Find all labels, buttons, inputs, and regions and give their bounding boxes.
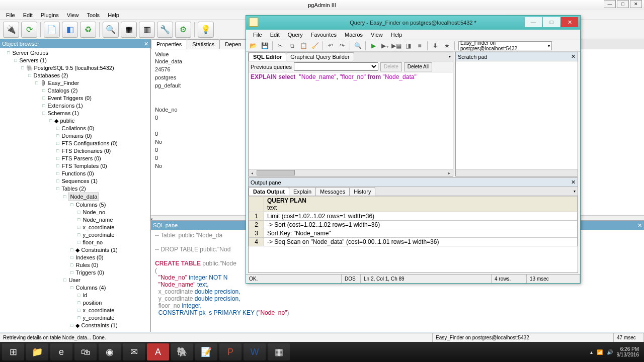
tree-fts-conf[interactable]: FTS Configurations (0): [56, 140, 150, 147]
tree-indexes0[interactable]: Indexes (0): [70, 254, 150, 261]
tab-properties[interactable]: Properties: [151, 39, 187, 49]
word-icon[interactable]: W: [244, 343, 266, 360]
tree-databases[interactable]: Databases (2): [28, 72, 150, 79]
execute-pgscript-icon[interactable]: ▶₊: [380, 41, 390, 51]
qmenu-query[interactable]: Query: [285, 31, 306, 39]
cut-icon[interactable]: ✂: [275, 41, 285, 51]
open-icon[interactable]: 📂: [248, 41, 258, 51]
pgadmin-icon[interactable]: 🐘: [171, 343, 193, 360]
tree-constraints1[interactable]: ◆ Constraints (1): [70, 246, 150, 254]
create-icon[interactable]: ◧: [62, 22, 78, 38]
connect-icon[interactable]: 🔌: [3, 22, 19, 38]
tree-servers[interactable]: Servers (1): [14, 57, 150, 64]
download-icon[interactable]: ⬇: [430, 41, 440, 51]
query-minimize-button[interactable]: —: [525, 17, 542, 27]
menu-edit[interactable]: Edit: [20, 11, 36, 19]
qmenu-favourites[interactable]: Favourites: [308, 31, 340, 39]
tree-fts-parsers[interactable]: FTS Parsers (0): [56, 155, 150, 162]
tree-rules0[interactable]: Rules (0): [70, 261, 150, 269]
tree-functions[interactable]: Functions (0): [56, 170, 150, 177]
powerpoint-icon[interactable]: P: [219, 343, 242, 360]
copy-icon[interactable]: ⧉: [287, 41, 297, 51]
chrome-icon[interactable]: ◉: [99, 343, 121, 360]
paste-icon[interactable]: 📋: [298, 41, 308, 51]
find-icon[interactable]: 🔍: [353, 41, 363, 51]
tree-col-node-name[interactable]: Node_name: [77, 216, 150, 224]
maximize-button[interactable]: □: [617, 0, 629, 8]
close-icon[interactable]: ✕: [144, 41, 148, 47]
system-tray[interactable]: ▴ 📶 🔊 6:26 PM 9/13/2016: [590, 346, 642, 357]
refresh-icon[interactable]: ⟳: [21, 22, 37, 38]
minimize-button[interactable]: —: [604, 0, 616, 8]
tree-domains[interactable]: Domains (0): [56, 132, 150, 140]
tree-triggers0[interactable]: Triggers (0): [70, 269, 150, 277]
save-icon[interactable]: 💾: [260, 41, 270, 51]
tree-sequences[interactable]: Sequences (1): [56, 177, 150, 185]
tab-dependents[interactable]: Depen: [219, 39, 247, 49]
close-button[interactable]: ✕: [630, 0, 642, 8]
execute-icon[interactable]: ▶: [368, 41, 378, 51]
tree-col-id[interactable]: id: [77, 292, 150, 299]
output-grid[interactable]: QUERY PLANtext 1Limit (cost=1.02..1.02 r…: [249, 196, 578, 273]
tree-col-x[interactable]: x_coordinate: [77, 224, 150, 231]
prev-queries-select[interactable]: [294, 62, 378, 71]
chevron-down-icon[interactable]: ▾: [572, 189, 578, 194]
tree-col-floor[interactable]: floor_no: [77, 239, 150, 246]
qmenu-help[interactable]: Help: [388, 31, 406, 39]
tree-table-user[interactable]: User: [63, 277, 150, 284]
tree-table-node-data[interactable]: Node_data: [63, 193, 150, 201]
tray-network-icon[interactable]: 📶: [597, 349, 603, 355]
qmenu-edit[interactable]: Edit: [267, 31, 283, 39]
tree-fts-dict[interactable]: FTS Dictionaries (0): [56, 147, 150, 155]
tree-db[interactable]: 🛢Easy_Finder: [35, 79, 150, 87]
ie-icon[interactable]: e: [50, 343, 72, 360]
tab-graphical-builder[interactable]: Graphical Query Builder: [286, 52, 354, 61]
outlook-icon[interactable]: ✉: [123, 343, 145, 360]
app-icon[interactable]: ▦: [268, 343, 290, 360]
tree-collations[interactable]: Collations (0): [56, 125, 150, 132]
tree-col-node-no[interactable]: Node_no: [77, 209, 150, 216]
explain-icon[interactable]: ◨: [403, 41, 413, 51]
tree-columns4[interactable]: Columns (4): [70, 284, 150, 292]
tree-extensions[interactable]: Extensions (1): [42, 102, 150, 110]
tree-fts-templates[interactable]: FTS Templates (0): [56, 162, 150, 170]
qmenu-view[interactable]: View: [368, 31, 386, 39]
chevron-down-icon[interactable]: ▾: [447, 54, 453, 59]
tree-server[interactable]: 🐘PostgreSQL 9.5 (localhost:5432): [21, 64, 150, 72]
drop-icon[interactable]: ♻: [80, 22, 96, 38]
menu-view[interactable]: View: [64, 11, 82, 19]
tree-event-triggers[interactable]: Event Triggers (0): [42, 95, 150, 102]
tree-schemas[interactable]: Schemas (1): [42, 110, 150, 117]
query-titlebar[interactable]: Query - Easy_Finder on postgres@localhos…: [246, 16, 580, 30]
qmenu-macros[interactable]: Macros: [342, 31, 366, 39]
store-icon[interactable]: 🛍: [74, 343, 97, 360]
delete-all-button[interactable]: Delete All: [404, 62, 432, 71]
query-maximize-button[interactable]: □: [543, 17, 560, 27]
acrobat-icon[interactable]: A: [147, 343, 169, 360]
favourites-icon[interactable]: ★: [442, 41, 452, 51]
scratch-body[interactable]: [456, 61, 578, 169]
maintenance-icon[interactable]: 🔧: [157, 22, 173, 38]
explorer-icon[interactable]: 📁: [26, 343, 48, 360]
tray-up-icon[interactable]: ▴: [590, 349, 593, 355]
tree-server-groups[interactable]: Server Groups: [7, 49, 150, 57]
tree-schema-public[interactable]: ◆ public: [49, 117, 150, 125]
qmenu-file[interactable]: File: [250, 31, 265, 39]
hint-icon[interactable]: 💡: [198, 22, 214, 38]
tree-columns5[interactable]: Columns (5): [70, 201, 150, 209]
tree-col-position[interactable]: position: [77, 299, 150, 307]
connection-combo[interactable]: Easy_Finder on postgres@localhost:5432▾: [458, 41, 552, 50]
query-close-button[interactable]: ✕: [561, 17, 578, 27]
tree-col-y2[interactable]: y_coordinate: [77, 314, 150, 322]
tab-sql-editor[interactable]: SQL Editor: [249, 52, 286, 61]
filter-icon[interactable]: ▥: [139, 22, 155, 38]
tree-col-x2[interactable]: x_coordinate: [77, 307, 150, 314]
menu-plugins[interactable]: Plugins: [38, 11, 62, 19]
sql-editor-input[interactable]: EXPLAIN select "Node_name", "floor_no" f…: [249, 72, 453, 169]
tab-statistics[interactable]: Statistics: [187, 39, 220, 49]
menu-tools[interactable]: Tools: [84, 11, 103, 19]
editor-scrollbar[interactable]: ◂▸: [249, 169, 453, 176]
tab-messages[interactable]: Messages: [315, 187, 350, 196]
tree-tables[interactable]: Tables (2): [56, 185, 150, 193]
close-icon[interactable]: ✕: [637, 222, 642, 229]
